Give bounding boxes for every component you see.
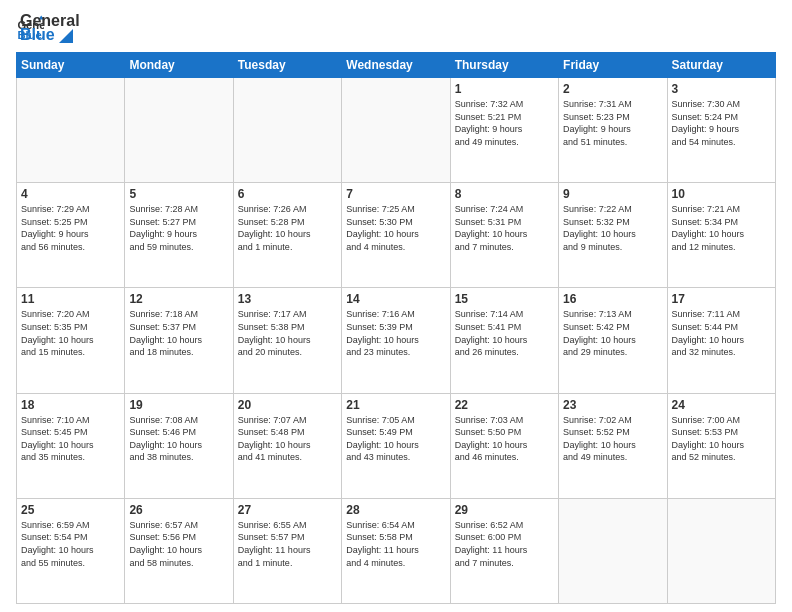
day-info: Sunrise: 6:52 AM Sunset: 6:00 PM Dayligh… [455,519,554,569]
day-info: Sunrise: 7:30 AM Sunset: 5:24 PM Dayligh… [672,98,771,148]
day-cell: 29Sunrise: 6:52 AM Sunset: 6:00 PM Dayli… [450,498,558,603]
day-cell: 20Sunrise: 7:07 AM Sunset: 5:48 PM Dayli… [233,393,341,498]
day-info: Sunrise: 7:31 AM Sunset: 5:23 PM Dayligh… [563,98,662,148]
day-cell: 28Sunrise: 6:54 AM Sunset: 5:58 PM Dayli… [342,498,450,603]
day-number: 12 [129,292,228,306]
day-cell: 13Sunrise: 7:17 AM Sunset: 5:38 PM Dayli… [233,288,341,393]
page-header: General Blue General Blue [16,12,776,44]
day-info: Sunrise: 7:29 AM Sunset: 5:25 PM Dayligh… [21,203,120,253]
day-number: 4 [21,187,120,201]
day-info: Sunrise: 7:00 AM Sunset: 5:53 PM Dayligh… [672,414,771,464]
day-number: 8 [455,187,554,201]
week-row-2: 11Sunrise: 7:20 AM Sunset: 5:35 PM Dayli… [17,288,776,393]
day-cell [342,78,450,183]
day-cell: 5Sunrise: 7:28 AM Sunset: 5:27 PM Daylig… [125,183,233,288]
day-cell: 1Sunrise: 7:32 AM Sunset: 5:21 PM Daylig… [450,78,558,183]
day-info: Sunrise: 7:18 AM Sunset: 5:37 PM Dayligh… [129,308,228,358]
day-number: 29 [455,503,554,517]
day-info: Sunrise: 7:08 AM Sunset: 5:46 PM Dayligh… [129,414,228,464]
day-cell: 9Sunrise: 7:22 AM Sunset: 5:32 PM Daylig… [559,183,667,288]
weekday-header-row: SundayMondayTuesdayWednesdayThursdayFrid… [17,53,776,78]
day-info: Sunrise: 6:55 AM Sunset: 5:57 PM Dayligh… [238,519,337,569]
svg-marker-3 [59,29,73,43]
day-number: 20 [238,398,337,412]
day-cell: 3Sunrise: 7:30 AM Sunset: 5:24 PM Daylig… [667,78,775,183]
weekday-wednesday: Wednesday [342,53,450,78]
day-info: Sunrise: 7:17 AM Sunset: 5:38 PM Dayligh… [238,308,337,358]
day-number: 2 [563,82,662,96]
day-number: 18 [21,398,120,412]
day-cell: 17Sunrise: 7:11 AM Sunset: 5:44 PM Dayli… [667,288,775,393]
day-number: 9 [563,187,662,201]
day-info: Sunrise: 7:11 AM Sunset: 5:44 PM Dayligh… [672,308,771,358]
day-number: 21 [346,398,445,412]
day-info: Sunrise: 7:16 AM Sunset: 5:39 PM Dayligh… [346,308,445,358]
day-info: Sunrise: 6:57 AM Sunset: 5:56 PM Dayligh… [129,519,228,569]
day-number: 5 [129,187,228,201]
day-number: 3 [672,82,771,96]
day-cell [17,78,125,183]
day-number: 14 [346,292,445,306]
week-row-0: 1Sunrise: 7:32 AM Sunset: 5:21 PM Daylig… [17,78,776,183]
day-number: 24 [672,398,771,412]
weekday-friday: Friday [559,53,667,78]
day-number: 17 [672,292,771,306]
week-row-4: 25Sunrise: 6:59 AM Sunset: 5:54 PM Dayli… [17,498,776,603]
day-number: 25 [21,503,120,517]
day-number: 6 [238,187,337,201]
day-info: Sunrise: 7:14 AM Sunset: 5:41 PM Dayligh… [455,308,554,358]
day-cell: 15Sunrise: 7:14 AM Sunset: 5:41 PM Dayli… [450,288,558,393]
day-number: 22 [455,398,554,412]
day-info: Sunrise: 6:54 AM Sunset: 5:58 PM Dayligh… [346,519,445,569]
day-cell: 22Sunrise: 7:03 AM Sunset: 5:50 PM Dayli… [450,393,558,498]
day-cell: 25Sunrise: 6:59 AM Sunset: 5:54 PM Dayli… [17,498,125,603]
logo-blue: Blue [20,26,80,44]
day-info: Sunrise: 7:24 AM Sunset: 5:31 PM Dayligh… [455,203,554,253]
day-cell: 26Sunrise: 6:57 AM Sunset: 5:56 PM Dayli… [125,498,233,603]
day-number: 19 [129,398,228,412]
calendar-table: SundayMondayTuesdayWednesdayThursdayFrid… [16,52,776,604]
day-cell: 11Sunrise: 7:20 AM Sunset: 5:35 PM Dayli… [17,288,125,393]
day-cell: 16Sunrise: 7:13 AM Sunset: 5:42 PM Dayli… [559,288,667,393]
day-info: Sunrise: 7:07 AM Sunset: 5:48 PM Dayligh… [238,414,337,464]
weekday-saturday: Saturday [667,53,775,78]
day-number: 7 [346,187,445,201]
week-row-1: 4Sunrise: 7:29 AM Sunset: 5:25 PM Daylig… [17,183,776,288]
day-cell [667,498,775,603]
day-number: 11 [21,292,120,306]
day-cell: 12Sunrise: 7:18 AM Sunset: 5:37 PM Dayli… [125,288,233,393]
day-cell: 6Sunrise: 7:26 AM Sunset: 5:28 PM Daylig… [233,183,341,288]
day-info: Sunrise: 7:10 AM Sunset: 5:45 PM Dayligh… [21,414,120,464]
day-number: 26 [129,503,228,517]
day-info: Sunrise: 7:21 AM Sunset: 5:34 PM Dayligh… [672,203,771,253]
day-number: 10 [672,187,771,201]
day-number: 27 [238,503,337,517]
weekday-sunday: Sunday [17,53,125,78]
day-cell: 14Sunrise: 7:16 AM Sunset: 5:39 PM Dayli… [342,288,450,393]
day-info: Sunrise: 7:22 AM Sunset: 5:32 PM Dayligh… [563,203,662,253]
day-cell: 4Sunrise: 7:29 AM Sunset: 5:25 PM Daylig… [17,183,125,288]
logo: General Blue General Blue [16,12,80,44]
day-cell [233,78,341,183]
day-info: Sunrise: 7:26 AM Sunset: 5:28 PM Dayligh… [238,203,337,253]
day-number: 1 [455,82,554,96]
day-cell: 21Sunrise: 7:05 AM Sunset: 5:49 PM Dayli… [342,393,450,498]
weekday-monday: Monday [125,53,233,78]
day-info: Sunrise: 7:03 AM Sunset: 5:50 PM Dayligh… [455,414,554,464]
day-cell: 18Sunrise: 7:10 AM Sunset: 5:45 PM Dayli… [17,393,125,498]
day-info: Sunrise: 7:20 AM Sunset: 5:35 PM Dayligh… [21,308,120,358]
day-info: Sunrise: 6:59 AM Sunset: 5:54 PM Dayligh… [21,519,120,569]
day-info: Sunrise: 7:28 AM Sunset: 5:27 PM Dayligh… [129,203,228,253]
day-info: Sunrise: 7:32 AM Sunset: 5:21 PM Dayligh… [455,98,554,148]
day-cell: 19Sunrise: 7:08 AM Sunset: 5:46 PM Dayli… [125,393,233,498]
day-number: 28 [346,503,445,517]
weekday-thursday: Thursday [450,53,558,78]
day-cell [559,498,667,603]
day-info: Sunrise: 7:02 AM Sunset: 5:52 PM Dayligh… [563,414,662,464]
day-cell: 8Sunrise: 7:24 AM Sunset: 5:31 PM Daylig… [450,183,558,288]
week-row-3: 18Sunrise: 7:10 AM Sunset: 5:45 PM Dayli… [17,393,776,498]
day-number: 13 [238,292,337,306]
day-cell: 2Sunrise: 7:31 AM Sunset: 5:23 PM Daylig… [559,78,667,183]
weekday-tuesday: Tuesday [233,53,341,78]
day-number: 15 [455,292,554,306]
